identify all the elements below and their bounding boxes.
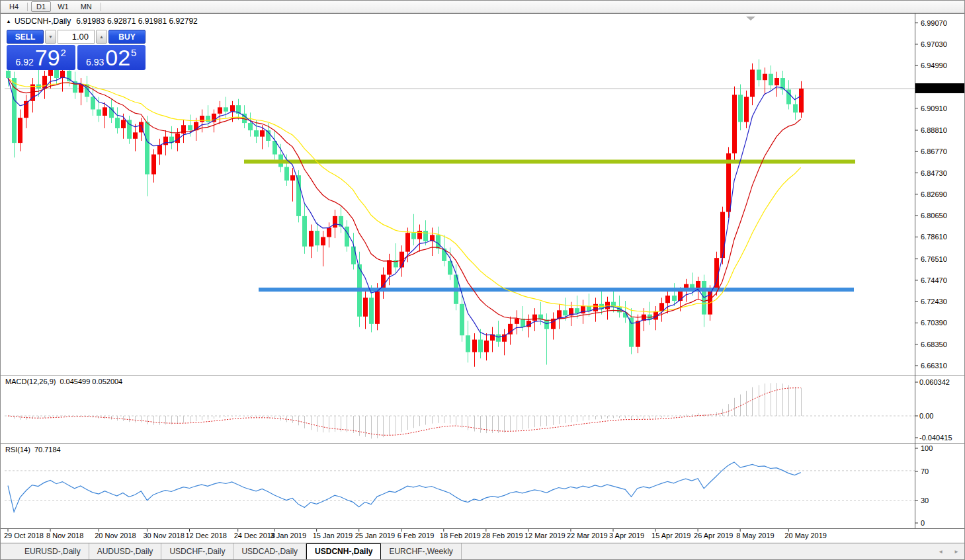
candle-body[interactable]	[327, 227, 331, 237]
candle-body[interactable]	[188, 125, 192, 130]
candle-body[interactable]	[738, 95, 743, 122]
candle-body[interactable]	[18, 118, 22, 143]
candle-body[interactable]	[720, 212, 725, 259]
candle-body[interactable]	[133, 132, 138, 138]
candle-body[interactable]	[224, 107, 228, 111]
candle-body[interactable]	[544, 320, 549, 329]
candle-body[interactable]	[593, 304, 598, 311]
candle-body[interactable]	[799, 89, 804, 112]
candle-body[interactable]	[769, 74, 773, 85]
chart-tab-eurusd-daily[interactable]: EURUSD-,Daily	[17, 543, 89, 560]
candle-body[interactable]	[484, 340, 489, 352]
sell-button[interactable]: SELL	[7, 30, 44, 44]
volume-input[interactable]	[58, 30, 95, 44]
chart-tab-audusd-daily[interactable]: AUDUSD-,Daily	[89, 543, 162, 560]
candle-body[interactable]	[145, 122, 149, 174]
candle-body[interactable]	[460, 304, 464, 335]
candle-body[interactable]	[302, 216, 307, 247]
volume-increase-button[interactable]: ▲	[96, 30, 107, 44]
chart-canvas[interactable]: 6.990706.970306.949906.909106.888106.867…	[1, 1, 965, 560]
collapse-panel-icon[interactable]: ▲	[6, 19, 11, 24]
buy-button[interactable]: BUY	[108, 30, 146, 44]
timeframe-button-mn[interactable]: MN	[75, 1, 97, 12]
candle-body[interactable]	[757, 69, 761, 80]
candle-body[interactable]	[200, 116, 204, 122]
candle-body[interactable]	[157, 145, 162, 154]
candle-body[interactable]	[521, 319, 525, 327]
candle-body[interactable]	[636, 321, 640, 347]
candle-body[interactable]	[345, 227, 349, 247]
candle-body[interactable]	[775, 78, 779, 85]
candle-body[interactable]	[563, 310, 567, 315]
candle-body[interactable]	[369, 298, 374, 324]
candle-body[interactable]	[478, 340, 483, 352]
candle-body[interactable]	[290, 175, 295, 180]
price-axis-label: 6.66310	[921, 362, 947, 370]
chart-tab-usdcnh-daily[interactable]: USDCNH-,Daily	[306, 543, 381, 560]
candle-body[interactable]	[672, 296, 677, 301]
time-axis-label: 3 Apr 2019	[609, 532, 644, 540]
candle-body[interactable]	[665, 296, 670, 303]
candle-body[interactable]	[502, 335, 507, 342]
candle-body[interactable]	[309, 231, 314, 247]
candle-body[interactable]	[532, 315, 537, 321]
candle-body[interactable]	[750, 69, 755, 97]
chart-tab-usdchf-daily[interactable]: USDCHF-,Daily	[161, 543, 233, 560]
candle-body[interactable]	[284, 167, 289, 181]
candle-body[interactable]	[97, 110, 101, 116]
candle-body[interactable]	[315, 231, 319, 245]
candle-body[interactable]	[411, 233, 416, 239]
tab-scroll-left-button[interactable]: ◄	[938, 549, 943, 555]
candle-body[interactable]	[206, 116, 210, 122]
candle-body[interactable]	[230, 105, 235, 111]
rsi-name: RSI(14)	[5, 446, 30, 454]
candle-body[interactable]	[254, 130, 259, 136]
candle-body[interactable]	[744, 97, 749, 122]
candle-body[interactable]	[103, 107, 107, 116]
candle-body[interactable]	[121, 120, 126, 128]
candle-body[interactable]	[163, 137, 168, 145]
candle-body[interactable]	[423, 231, 428, 241]
buy-price-display[interactable]: 6.93 02 5	[77, 45, 146, 70]
candle-body[interactable]	[248, 123, 253, 130]
candle-body[interactable]	[375, 288, 380, 324]
chart-tab-eurchf-weekly[interactable]: EURCHF-,Weekly	[381, 543, 461, 560]
candle-body[interactable]	[333, 216, 337, 227]
candle-body[interactable]	[6, 71, 11, 78]
timeframe-toolbar: H4D1W1MN	[1, 1, 964, 13]
tab-scroll-right-button[interactable]: ►	[954, 549, 959, 555]
candle-body[interactable]	[472, 340, 477, 352]
candle-body[interactable]	[151, 155, 156, 175]
candle-body[interactable]	[629, 317, 634, 346]
candle-body[interactable]	[515, 319, 519, 324]
candle-body[interactable]	[381, 275, 386, 289]
candle-body[interactable]	[91, 97, 95, 110]
candle-body[interactable]	[67, 71, 71, 81]
candle-body[interactable]	[321, 237, 325, 246]
candle-body[interactable]	[260, 130, 265, 136]
candle-body[interactable]	[218, 107, 222, 113]
candle-body[interactable]	[575, 308, 579, 313]
price-axis-label: 6.90910	[921, 104, 947, 112]
candle-body[interactable]	[466, 335, 470, 352]
sell-price-display[interactable]: 6.92 79 2	[7, 45, 75, 70]
chart-tab-usdcad-daily[interactable]: USDCAD-,Daily	[233, 543, 306, 560]
candle-body[interactable]	[763, 74, 767, 80]
candle-body[interactable]	[436, 235, 441, 249]
volume-decrease-button[interactable]: ▼	[45, 30, 56, 44]
candle-body[interactable]	[732, 95, 737, 153]
candle-body[interactable]	[363, 298, 368, 316]
time-axis-label: 12 Mar 2019	[524, 532, 566, 540]
price-axis-label: 6.74470	[921, 276, 947, 284]
timeframe-button-h4[interactable]: H4	[4, 1, 24, 12]
candle-body[interactable]	[387, 260, 392, 274]
candle-body[interactable]	[496, 335, 501, 342]
timeframe-button-w1[interactable]: W1	[52, 1, 74, 12]
candle-body[interactable]	[605, 302, 610, 309]
candle-body[interactable]	[793, 104, 798, 113]
candle-body[interactable]	[405, 233, 410, 251]
timeframe-button-d1[interactable]: D1	[31, 1, 51, 12]
candle-body[interactable]	[115, 118, 120, 128]
tab-bar-spacer	[1, 543, 17, 560]
candle-body[interactable]	[351, 247, 356, 264]
